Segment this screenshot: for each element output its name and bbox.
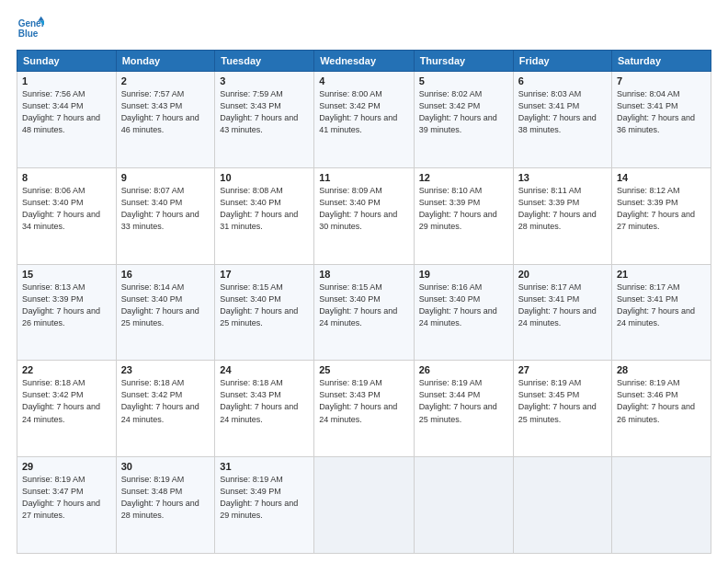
calendar-table: SundayMondayTuesdayWednesdayThursdayFrid… [17,50,711,554]
day-number: 14 [617,172,706,183]
day-number: 8 [22,172,111,183]
day-detail: Sunrise: 8:10 AMSunset: 3:39 PMDaylight:… [419,186,497,231]
calendar-cell: 12Sunrise: 8:10 AMSunset: 3:39 PMDayligh… [414,167,513,264]
calendar-cell: 26Sunrise: 8:19 AMSunset: 3:44 PMDayligh… [414,361,513,457]
day-number: 10 [220,172,309,183]
calendar-cell: 19Sunrise: 8:16 AMSunset: 3:40 PMDayligh… [414,264,513,361]
calendar-cell: 1Sunrise: 7:56 AMSunset: 3:44 PMDaylight… [17,72,117,168]
day-header-sunday: Sunday [17,51,117,72]
day-detail: Sunrise: 8:19 AMSunset: 3:44 PMDaylight:… [419,378,497,423]
day-detail: Sunrise: 8:03 AMSunset: 3:41 PMDaylight:… [518,89,597,134]
day-detail: Sunrise: 8:18 AMSunset: 3:42 PMDaylight:… [22,378,100,423]
day-number: 12 [419,172,508,183]
calendar-cell: 4Sunrise: 8:00 AMSunset: 3:42 PMDaylight… [314,72,415,168]
day-detail: Sunrise: 8:17 AMSunset: 3:41 PMDaylight:… [617,282,695,327]
calendar-cell: 9Sunrise: 8:07 AMSunset: 3:40 PMDaylight… [116,167,215,264]
day-number: 21 [617,269,706,280]
calendar-cell: 29Sunrise: 8:19 AMSunset: 3:47 PMDayligh… [17,457,117,554]
day-number: 24 [220,364,309,375]
day-number: 5 [419,75,508,86]
day-number: 30 [121,461,210,472]
calendar-cell [314,457,415,554]
calendar-cell: 16Sunrise: 8:14 AMSunset: 3:40 PMDayligh… [116,264,215,361]
day-number: 4 [319,75,409,86]
day-number: 13 [518,172,607,183]
day-header-thursday: Thursday [414,51,513,72]
calendar-cell: 10Sunrise: 8:08 AMSunset: 3:40 PMDayligh… [215,167,314,264]
day-number: 11 [319,172,409,183]
day-detail: Sunrise: 8:19 AMSunset: 3:46 PMDaylight:… [617,378,695,423]
day-detail: Sunrise: 8:07 AMSunset: 3:40 PMDaylight:… [121,186,199,231]
day-detail: Sunrise: 8:14 AMSunset: 3:40 PMDaylight:… [121,282,199,327]
day-detail: Sunrise: 8:19 AMSunset: 3:43 PMDaylight:… [319,378,397,423]
day-number: 15 [22,269,111,280]
calendar-cell [414,457,513,554]
day-number: 9 [121,172,210,183]
day-detail: Sunrise: 8:00 AMSunset: 3:42 PMDaylight:… [319,89,397,134]
calendar-cell: 13Sunrise: 8:11 AMSunset: 3:39 PMDayligh… [513,167,611,264]
day-detail: Sunrise: 8:02 AMSunset: 3:42 PMDaylight:… [419,89,497,134]
header: General Blue [17,15,711,42]
day-number: 2 [121,75,210,86]
day-detail: Sunrise: 7:57 AMSunset: 3:43 PMDaylight:… [121,89,199,134]
calendar-cell: 11Sunrise: 8:09 AMSunset: 3:40 PMDayligh… [314,167,415,264]
calendar-cell: 25Sunrise: 8:19 AMSunset: 3:43 PMDayligh… [314,361,415,457]
day-detail: Sunrise: 8:11 AMSunset: 3:39 PMDaylight:… [518,186,597,231]
calendar-cell: 5Sunrise: 8:02 AMSunset: 3:42 PMDaylight… [414,72,513,168]
day-detail: Sunrise: 8:19 AMSunset: 3:45 PMDaylight:… [518,378,597,423]
calendar-cell: 18Sunrise: 8:15 AMSunset: 3:40 PMDayligh… [314,264,415,361]
day-detail: Sunrise: 8:19 AMSunset: 3:49 PMDaylight:… [220,475,298,520]
day-detail: Sunrise: 8:18 AMSunset: 3:43 PMDaylight:… [220,378,298,423]
day-number: 19 [419,269,508,280]
day-detail: Sunrise: 7:56 AMSunset: 3:44 PMDaylight:… [22,89,100,134]
day-detail: Sunrise: 8:16 AMSunset: 3:40 PMDaylight:… [419,282,497,327]
logo-icon: General Blue [17,15,44,42]
day-header-saturday: Saturday [612,51,711,72]
day-number: 18 [319,269,409,280]
calendar-cell: 6Sunrise: 8:03 AMSunset: 3:41 PMDaylight… [513,72,611,168]
day-number: 26 [419,364,508,375]
calendar-cell: 17Sunrise: 8:15 AMSunset: 3:40 PMDayligh… [215,264,314,361]
day-detail: Sunrise: 8:06 AMSunset: 3:40 PMDaylight:… [22,186,100,231]
day-number: 20 [518,269,607,280]
day-number: 17 [220,269,309,280]
day-number: 6 [518,75,607,86]
calendar-cell: 27Sunrise: 8:19 AMSunset: 3:45 PMDayligh… [513,361,611,457]
calendar-cell [513,457,611,554]
day-number: 1 [22,75,111,86]
calendar-cell: 2Sunrise: 7:57 AMSunset: 3:43 PMDaylight… [116,72,215,168]
day-number: 7 [617,75,706,86]
day-detail: Sunrise: 8:15 AMSunset: 3:40 PMDaylight:… [319,282,397,327]
calendar-cell: 21Sunrise: 8:17 AMSunset: 3:41 PMDayligh… [612,264,711,361]
day-detail: Sunrise: 8:09 AMSunset: 3:40 PMDaylight:… [319,186,397,231]
day-detail: Sunrise: 8:08 AMSunset: 3:40 PMDaylight:… [220,186,298,231]
day-detail: Sunrise: 8:19 AMSunset: 3:48 PMDaylight:… [121,475,199,520]
day-detail: Sunrise: 8:12 AMSunset: 3:39 PMDaylight:… [617,186,695,231]
day-detail: Sunrise: 8:13 AMSunset: 3:39 PMDaylight:… [22,282,100,327]
day-number: 23 [121,364,210,375]
calendar-cell: 23Sunrise: 8:18 AMSunset: 3:42 PMDayligh… [116,361,215,457]
day-number: 16 [121,269,210,280]
page: General Blue SundayMondayTuesdayWednesda… [0,0,728,563]
day-detail: Sunrise: 7:59 AMSunset: 3:43 PMDaylight:… [220,89,298,134]
day-number: 31 [220,461,309,472]
calendar-cell: 20Sunrise: 8:17 AMSunset: 3:41 PMDayligh… [513,264,611,361]
day-detail: Sunrise: 8:18 AMSunset: 3:42 PMDaylight:… [121,378,199,423]
calendar-cell: 8Sunrise: 8:06 AMSunset: 3:40 PMDaylight… [17,167,117,264]
calendar-cell: 15Sunrise: 8:13 AMSunset: 3:39 PMDayligh… [17,264,117,361]
calendar-cell: 7Sunrise: 8:04 AMSunset: 3:41 PMDaylight… [612,72,711,168]
day-number: 3 [220,75,309,86]
day-number: 25 [319,364,409,375]
day-detail: Sunrise: 8:04 AMSunset: 3:41 PMDaylight:… [617,89,695,134]
calendar-cell: 22Sunrise: 8:18 AMSunset: 3:42 PMDayligh… [17,361,117,457]
day-detail: Sunrise: 8:15 AMSunset: 3:40 PMDaylight:… [220,282,298,327]
calendar-cell: 3Sunrise: 7:59 AMSunset: 3:43 PMDaylight… [215,72,314,168]
svg-text:Blue: Blue [18,29,39,39]
logo: General Blue [17,15,44,42]
day-number: 22 [22,364,111,375]
day-header-friday: Friday [513,51,611,72]
day-header-tuesday: Tuesday [215,51,314,72]
day-header-wednesday: Wednesday [314,51,415,72]
day-detail: Sunrise: 8:19 AMSunset: 3:47 PMDaylight:… [22,475,100,520]
day-detail: Sunrise: 8:17 AMSunset: 3:41 PMDaylight:… [518,282,597,327]
